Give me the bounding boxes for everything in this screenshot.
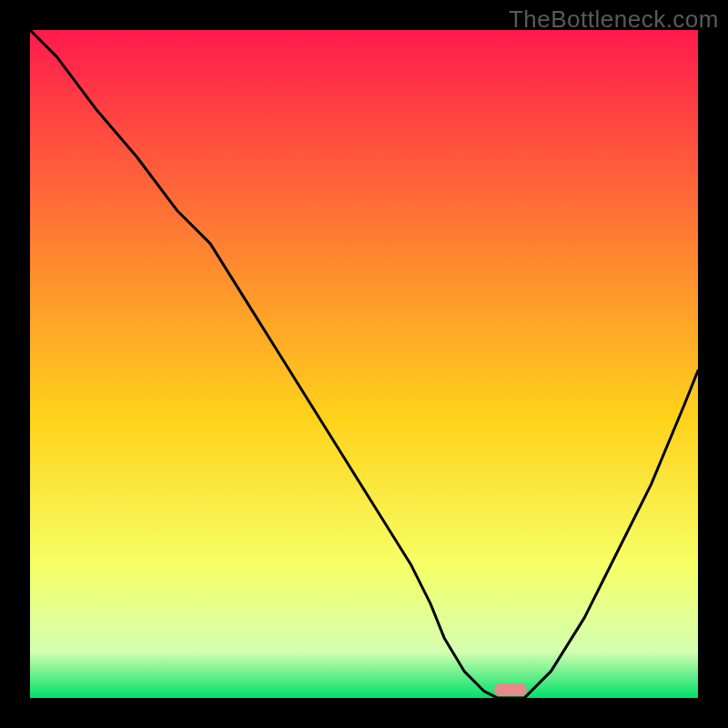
optimal-marker xyxy=(494,683,527,696)
chart-svg xyxy=(30,30,698,698)
chart-frame: TheBottleneck.com xyxy=(0,0,728,728)
gradient-background xyxy=(30,30,698,698)
plot-area xyxy=(30,30,698,698)
